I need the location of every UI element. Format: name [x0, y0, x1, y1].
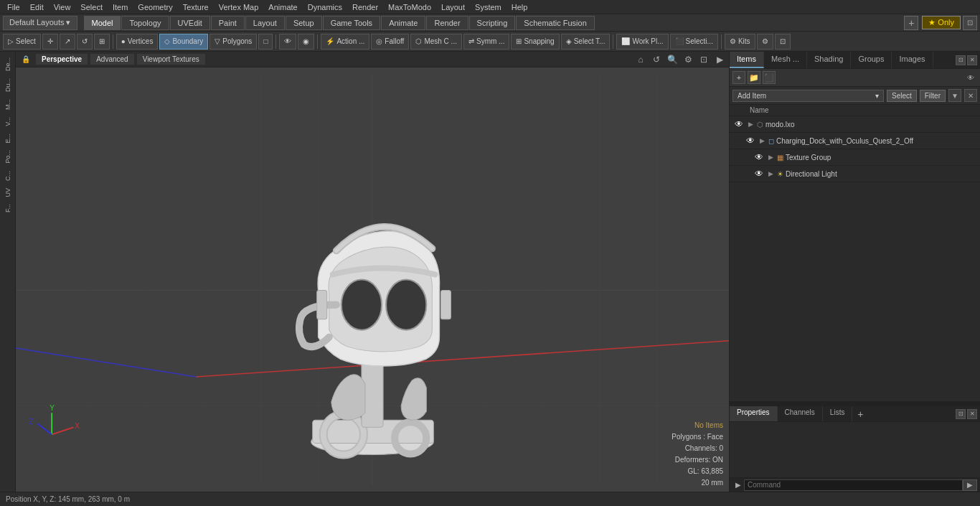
menu-edit[interactable]: Edit — [26, 1, 48, 13]
expand-arrow-mesh[interactable]: ▶ — [760, 137, 768, 144]
add-item-select-btn[interactable]: Select — [887, 90, 917, 102]
viewport-maximize-icon[interactable]: ⊡ — [697, 53, 710, 66]
menu-help[interactable]: Help — [507, 1, 532, 13]
kits-btn[interactable]: ⚙ Kits — [725, 34, 755, 50]
symm-btn[interactable]: ⇌ Symm ... — [463, 34, 509, 50]
sidebar-item-v[interactable]: V... — [3, 114, 13, 129]
polygons-btn[interactable]: ▽ Polygons — [209, 34, 257, 50]
tab-layout[interactable]: Layout — [245, 16, 285, 30]
viewport-3d[interactable]: X Y Z No Items Polygons : Face Channels:… — [16, 67, 729, 492]
tab-scripting[interactable]: Scripting — [469, 16, 516, 30]
list-item-root[interactable]: 👁 ▶ ⬡ modo.lxo — [730, 116, 980, 133]
tab-uvedit[interactable]: UVEdit — [170, 16, 210, 30]
sidebar-item-du[interactable]: Du... — [3, 75, 13, 95]
rpanel-groups-tab[interactable]: Groups — [851, 52, 892, 68]
sidebar-item-c[interactable]: C... — [3, 168, 13, 184]
menu-item[interactable]: Item — [108, 1, 132, 13]
menu-dynamics[interactable]: Dynamics — [303, 1, 347, 13]
viewport-lock-btn[interactable]: 🔒 — [19, 54, 33, 65]
props-lists-tab[interactable]: Lists — [823, 406, 853, 421]
menu-animate[interactable]: Animate — [264, 1, 301, 13]
settings-btn[interactable]: ⚙ — [757, 34, 773, 50]
panel-close-btn[interactable]: ✕ — [967, 55, 977, 65]
viewport-home-icon[interactable]: ⌂ — [634, 53, 647, 66]
add-item-dropdown[interactable]: Add Item ▾ — [732, 90, 884, 102]
menu-render[interactable]: Render — [348, 1, 382, 13]
viewport-settings-icon[interactable]: ⚙ — [682, 53, 694, 66]
props-channels-tab[interactable]: Channels — [778, 406, 823, 421]
viewport-perspective-tab[interactable]: Perspective — [36, 54, 88, 65]
vertices-btn[interactable]: ● Vertices — [116, 34, 159, 50]
viewport-close-icon[interactable]: ▶ — [713, 53, 726, 66]
menu-texture[interactable]: Texture — [179, 1, 213, 13]
rpanel-images-tab[interactable]: Images — [892, 52, 933, 68]
maximize-button[interactable]: ⊡ — [963, 16, 977, 30]
menu-maxtomodo[interactable]: MaxToModo — [384, 1, 435, 13]
vis-toggle-root[interactable]: 👁 — [732, 118, 745, 131]
rpanel-mesh-tab[interactable]: Mesh ... — [764, 52, 807, 68]
rpanel-shading-tab[interactable]: Shading — [807, 52, 851, 68]
mode-btn[interactable]: □ — [258, 34, 273, 50]
mesh-c-btn[interactable]: ⬡ Mesh C ... — [410, 34, 462, 50]
falloff-btn[interactable]: ◎ Falloff — [371, 34, 409, 50]
items-add-icon[interactable]: + — [732, 71, 745, 84]
list-item-texgroup[interactable]: 👁 ▶ ▦ Texture Group — [730, 149, 980, 166]
command-submit-btn[interactable]: ▶ — [963, 479, 977, 491]
items-close-icon[interactable]: ✕ — [964, 89, 977, 102]
vis2-btn[interactable]: ◉ — [298, 34, 314, 50]
sidebar-item-e[interactable]: E... — [3, 131, 13, 146]
command-expand-icon[interactable]: ▶ — [732, 479, 744, 491]
vis-toggle-texgroup[interactable]: 👁 — [753, 151, 765, 164]
viewport-textures-tab[interactable]: Viewport Textures — [137, 54, 205, 65]
tab-render[interactable]: Render — [426, 16, 468, 30]
boundary-btn[interactable]: ◇ Boundary — [159, 34, 208, 50]
items-settings-icon[interactable]: ▼ — [948, 89, 961, 102]
menu-system[interactable]: System — [471, 1, 506, 13]
vis-toggle-light[interactable]: 👁 — [753, 167, 765, 180]
items-duplicate-icon[interactable]: ⬛ — [763, 71, 776, 84]
rotate-btn[interactable]: ↺ — [77, 34, 93, 50]
sidebar-item-uv[interactable]: UV — [3, 185, 13, 200]
sidebar-item-po[interactable]: Po... — [3, 147, 13, 167]
scale-btn[interactable]: ⊞ — [94, 34, 110, 50]
menu-file[interactable]: File — [3, 1, 24, 13]
vis-toggle-mesh[interactable]: 👁 — [744, 134, 757, 147]
rpanel-items-tab[interactable]: Items — [730, 52, 764, 68]
tab-animate[interactable]: Animate — [381, 16, 425, 30]
props-add-tab[interactable]: + — [852, 406, 868, 422]
command-input[interactable] — [744, 479, 963, 491]
menu-geometry[interactable]: Geometry — [133, 1, 176, 13]
tab-schematic-fusion[interactable]: Schematic Fusion — [516, 16, 594, 30]
menu-view[interactable]: View — [50, 1, 75, 13]
tab-game-tools[interactable]: Game Tools — [323, 16, 381, 30]
expand-arrow-light[interactable]: ▶ — [768, 170, 777, 177]
expand-arrow-texgroup[interactable]: ▶ — [768, 154, 777, 161]
sidebar-item-f[interactable]: F... — [3, 201, 13, 215]
viewport-advanced-tab[interactable]: Advanced — [90, 54, 133, 65]
tab-topology[interactable]: Topology — [121, 16, 169, 30]
props-close-btn[interactable]: ✕ — [967, 409, 977, 419]
props-expand-btn[interactable]: ⊡ — [956, 409, 966, 419]
menu-vertex-map[interactable]: Vertex Map — [215, 1, 263, 13]
star-only-button[interactable]: ★ Only — [922, 16, 961, 29]
sidebar-item-m[interactable]: M... — [3, 96, 13, 113]
sidebar-item-de[interactable]: De... — [3, 55, 13, 74]
work-pl-btn[interactable]: ⬜ Work Pl... — [616, 34, 668, 50]
add-item-filter-btn[interactable]: Filter — [920, 90, 946, 102]
menu-layout[interactable]: Layout — [437, 1, 469, 13]
action-btn[interactable]: ⚡ Action ... — [321, 34, 369, 50]
expand-arrow-root[interactable]: ▶ — [748, 121, 757, 128]
tab-model[interactable]: Model — [84, 16, 121, 30]
select-t-btn[interactable]: ◈ Select T... — [561, 34, 611, 50]
snapping-btn[interactable]: ⊞ Snapping — [511, 34, 559, 50]
default-layouts-dropdown[interactable]: Default Layouts ▾ — [3, 16, 77, 30]
viewport-rotate-icon[interactable]: ↺ — [650, 53, 663, 66]
select-i-btn[interactable]: ⬛ Selecti... — [670, 34, 718, 50]
transform-btn[interactable]: ↗ — [60, 34, 75, 50]
select-mode-btn[interactable]: ▷ Select — [3, 34, 41, 50]
tab-paint[interactable]: Paint — [211, 16, 245, 30]
list-item-light[interactable]: 👁 ▶ ☀ Directional Light — [730, 166, 980, 182]
panel-expand-btn[interactable]: ⊡ — [956, 55, 966, 65]
props-properties-tab[interactable]: Properties — [730, 406, 778, 421]
items-folder-icon[interactable]: 📁 — [748, 71, 760, 84]
